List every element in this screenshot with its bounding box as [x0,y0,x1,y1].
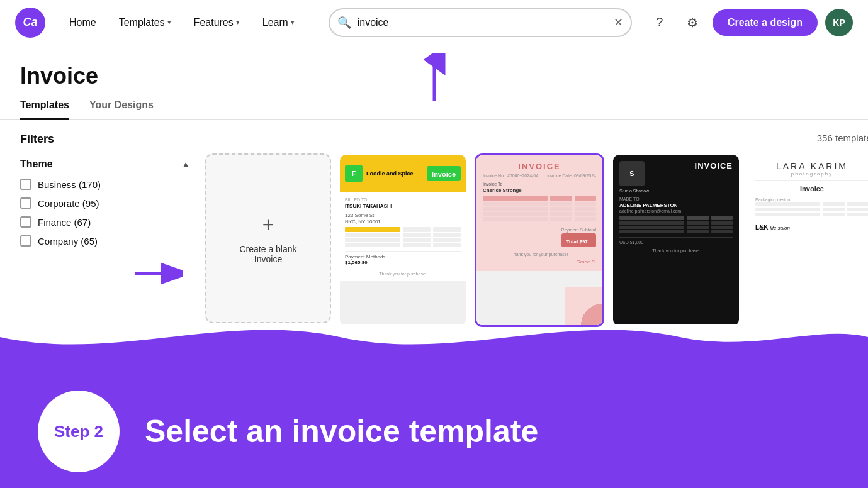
filter-item-company[interactable]: Company (65) [20,235,190,247]
create-design-button[interactable]: Create a design [713,9,818,36]
filter-label-corporate: Corporate (95) [38,198,99,209]
settings-button[interactable]: ⚙ [680,10,705,35]
tab-templates[interactable]: Templates [20,99,69,120]
filter-label-business: Business (170) [38,179,101,190]
templates-count: 356 templates [817,133,868,143]
filter-checkbox-finance[interactable] [20,216,31,228]
bottom-banner: Step 2 Select an invoice template [0,350,868,488]
tab-your-designs[interactable]: Your Designs [89,99,154,120]
templates-grid: + Create a blankInvoice F Foodie and Spi… [205,153,868,327]
filter-checkbox-company[interactable] [20,235,31,247]
filter-theme-label: Theme [20,158,53,170]
filters-panel: Filters Theme ▲ Business (170) Corporate… [20,133,190,327]
step-main-text: Select an invoice template [145,413,538,450]
template-preview-elegant: LARA KARIM photography Invoice Packaging… [749,155,868,324]
template-preview-dark: S Studio Shadow INVOICE MADE TO ADELINE … [613,155,739,324]
filter-label-company: Company (65) [38,236,98,247]
step-label: Step 2 [54,422,103,441]
nav-right: ? ⚙ Create a design KP [647,9,853,36]
filter-label-finance: Finance (67) [38,217,91,228]
arrow-up-annotation [422,53,447,106]
search-clear-button[interactable]: ✕ [614,16,623,30]
filter-item-corporate[interactable]: Corporate (95) [20,197,190,209]
help-button[interactable]: ? [647,10,672,35]
filter-theme-header: Theme ▲ [20,158,190,170]
step-circle: Step 2 [38,391,120,472]
filter-checkbox-corporate[interactable] [20,197,31,209]
avatar[interactable]: KP [825,9,853,36]
nav-templates[interactable]: Templates ▾ [110,12,180,33]
blank-template-card[interactable]: + Create a blankInvoice [205,153,331,323]
arrow-right-annotation [132,261,183,289]
template-card-dark[interactable]: S Studio Shadow INVOICE MADE TO ADELINE … [612,153,740,327]
template-card-pink[interactable]: INVOICE Invoice No.: #5060+2024-04 Invoi… [475,153,604,327]
theme-chevron-icon: ▲ [181,159,190,169]
nav-links: Home Templates ▾ Features ▾ Learn ▾ [60,12,303,33]
search-input[interactable] [329,8,632,37]
navbar: Ca Home Templates ▾ Features ▾ Learn ▾ 🔍… [0,0,868,45]
nav-features[interactable]: Features ▾ [185,12,249,33]
blank-label: Create a blankInvoice [239,244,296,264]
templates-area: 356 templates + Create a blankInvoice F … [205,133,868,327]
filter-checkbox-business[interactable] [20,179,31,190]
search-icon: 🔍 [337,16,351,30]
plus-icon: + [262,213,274,236]
templates-chevron-icon: ▾ [167,18,171,26]
template-card-elegant[interactable]: LARA KARIM photography Invoice Packaging… [748,153,868,327]
canva-logo[interactable]: Ca [15,8,45,38]
filters-title: Filters [20,133,190,146]
wave-decoration [0,312,868,362]
search-bar: 🔍 ✕ [329,8,632,37]
templates-header: 356 templates [205,133,868,143]
template-preview-yellow: F Foodie and Spice Invoice BILLED TO ITS… [340,155,466,324]
learn-chevron-icon: ▾ [291,18,295,26]
template-card-yellow[interactable]: F Foodie and Spice Invoice BILLED TO ITS… [339,153,467,327]
template-preview-pink: INVOICE Invoice No.: #5060+2024-04 Invoi… [476,155,602,325]
filter-items: Business (170) Corporate (95) Finance (6… [20,179,190,247]
filter-item-business[interactable]: Business (170) [20,179,190,190]
filter-item-finance[interactable]: Finance (67) [20,216,190,228]
nav-home[interactable]: Home [60,12,105,33]
nav-learn[interactable]: Learn ▾ [254,12,303,33]
features-chevron-icon: ▾ [236,18,240,26]
content-area: Filters Theme ▲ Business (170) Corporate… [0,120,868,327]
step-content: Step 2 Select an invoice template [0,375,868,488]
